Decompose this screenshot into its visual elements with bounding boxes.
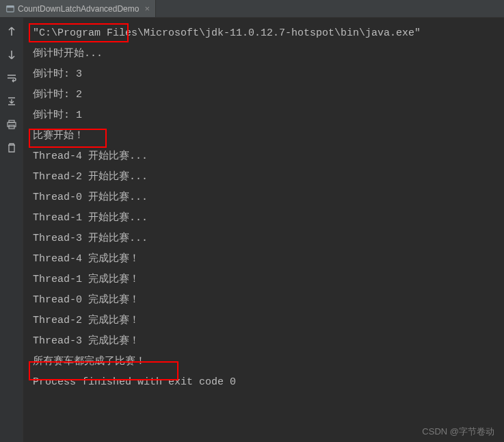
tab-label: CountDownLatchAdvancedDemo: [18, 4, 139, 14]
console-line: Thread-4 开始比赛...: [33, 146, 504, 167]
soft-wrap-icon[interactable]: [5, 71, 18, 85]
print-icon[interactable]: [5, 118, 18, 131]
trash-icon[interactable]: [5, 141, 18, 155]
tab-bar: CountDownLatchAdvancedDemo ×: [0, 0, 504, 18]
console-line: 倒计时: 1: [33, 105, 504, 126]
console-line: 倒计时: 3: [33, 64, 504, 85]
console-line: Thread-3 开始比赛...: [33, 229, 504, 249]
console-line: 倒计时开始...: [33, 44, 504, 64]
console-line: Thread-1 开始比赛...: [33, 208, 504, 229]
close-icon[interactable]: ×: [144, 3, 150, 14]
scroll-to-end-icon[interactable]: [5, 94, 18, 108]
console-line: Process finished with exit code 0: [33, 372, 504, 393]
console-line: 比赛开始！: [33, 126, 504, 146]
console-line: Thread-2 开始比赛...: [33, 167, 504, 187]
console-line: 所有赛车都完成了比赛！: [33, 352, 504, 372]
svg-rect-1: [7, 5, 14, 8]
console-line: Thread-1 完成比赛！: [33, 270, 504, 290]
console-line: "C:\Program Files\Microsoft\jdk-11.0.12.…: [33, 23, 504, 44]
console-output[interactable]: "C:\Program Files\Microsoft\jdk-11.0.12.…: [23, 18, 504, 442]
main-area: "C:\Program Files\Microsoft\jdk-11.0.12.…: [0, 18, 504, 442]
console-line: 倒计时: 2: [33, 85, 504, 105]
console-line: Thread-3 完成比赛！: [33, 331, 504, 352]
arrow-down-icon[interactable]: [5, 48, 18, 62]
run-config-icon: [5, 4, 15, 14]
console-line: Thread-4 完成比赛！: [33, 249, 504, 270]
run-tab[interactable]: CountDownLatchAdvancedDemo ×: [0, 0, 156, 17]
console-line: Thread-0 开始比赛...: [33, 187, 504, 208]
arrow-up-icon[interactable]: [5, 25, 18, 38]
toolbar-gutter: [0, 18, 23, 442]
console-line: Thread-0 完成比赛！: [33, 290, 504, 311]
console-line: Thread-2 完成比赛！: [33, 311, 504, 331]
watermark: CSDN @字节卷动: [422, 426, 494, 438]
